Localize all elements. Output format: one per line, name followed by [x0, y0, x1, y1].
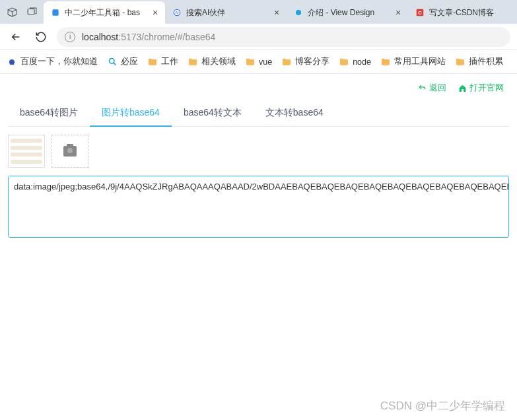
bookmark-label: node	[353, 57, 371, 67]
home-icon	[458, 84, 467, 92]
tab-image-to-base64[interactable]: 图片转base64	[90, 100, 172, 127]
svg-point-8	[109, 59, 114, 64]
bookmark-label: 常用工具网站	[394, 56, 446, 67]
folder-icon	[281, 57, 292, 67]
bookmark-label: 必应	[121, 56, 138, 67]
tab-title: 介绍 - View Design	[308, 7, 374, 18]
address-bar: i localhost:5173/chrome/#/base64	[0, 24, 517, 50]
base64-output[interactable]	[8, 176, 509, 238]
bookmark-label: 插件积累	[469, 56, 503, 67]
refresh-button[interactable]	[32, 28, 50, 46]
favicon-icon: AI	[172, 7, 182, 18]
site-icon	[7, 57, 17, 67]
camera-icon	[63, 146, 77, 157]
bookmark-label: 相关领域	[201, 56, 236, 67]
url-input[interactable]: i localhost:5173/chrome/#/base64	[57, 27, 510, 47]
return-link[interactable]: 返回	[418, 82, 446, 94]
bookmark-folder[interactable]: 常用工具网站	[380, 56, 446, 67]
return-icon	[418, 84, 427, 92]
search-icon	[107, 57, 118, 67]
tool-tabs: base64转图片 图片转base64 base64转文本 文本转base64	[8, 100, 509, 127]
watermark: CSDN @中二少年学编程	[380, 398, 505, 413]
folder-icon	[455, 57, 465, 67]
close-icon[interactable]: ×	[272, 8, 281, 17]
bookmark-folder[interactable]: 工作	[147, 56, 178, 67]
svg-text:C: C	[418, 10, 422, 16]
tabs-overview-icon[interactable]	[25, 5, 38, 18]
tab-title: 搜索AI伙伴	[186, 7, 225, 18]
page-content: 返回 打开官网 base64转图片 图片转base64 base64转文本 文本…	[0, 74, 517, 245]
bookmark-folder[interactable]: node	[339, 57, 371, 67]
favicon-icon	[293, 7, 304, 18]
tab-text-to-base64[interactable]: 文本转base64	[254, 100, 335, 126]
bookmark-folder[interactable]: 博客分享	[281, 56, 329, 67]
tab-title: 写文章-CSDN博客	[429, 7, 494, 18]
upload-image-button[interactable]	[52, 135, 88, 168]
bookmark-item[interactable]: 百度一下，你就知道	[7, 56, 98, 67]
tab-base64-to-text[interactable]: base64转文本	[172, 100, 254, 126]
bookmark-folder[interactable]: 插件积累	[455, 56, 503, 67]
close-icon[interactable]: ×	[394, 8, 403, 17]
back-button[interactable]	[7, 28, 25, 46]
bookmark-label: 博客分享	[295, 56, 329, 67]
favicon-icon	[50, 7, 61, 18]
browser-tab[interactable]: 介绍 - View Design ×	[287, 1, 408, 24]
svg-rect-1	[52, 9, 58, 15]
image-thumbnail[interactable]	[8, 135, 45, 168]
official-label: 打开官网	[469, 82, 504, 94]
site-info-icon[interactable]: i	[65, 32, 75, 42]
folder-icon	[339, 57, 349, 67]
return-label: 返回	[429, 82, 446, 94]
thumbnail-content	[11, 160, 42, 164]
browser-tab[interactable]: C 写文章-CSDN博客	[408, 1, 517, 24]
svg-text:AI: AI	[175, 11, 179, 15]
folder-icon	[147, 57, 158, 67]
favicon-icon: C	[415, 7, 425, 18]
folder-icon	[245, 57, 256, 67]
bookmark-label: vue	[259, 57, 272, 67]
browser-tab[interactable]: AI 搜索AI伙伴 ×	[165, 1, 287, 24]
folder-icon	[380, 57, 391, 67]
tab-title: 中二少年工具箱 - bas	[65, 7, 140, 18]
bookmarks-bar: 百度一下，你就知道 必应 工作 相关领域 vue 博客分享 node 常用工具网…	[0, 50, 517, 74]
browser-tab[interactable]: 中二少年工具箱 - bas ×	[44, 1, 165, 24]
close-icon[interactable]: ×	[151, 8, 160, 17]
thumbnail-content	[11, 153, 42, 157]
workspace-icon[interactable]	[5, 5, 18, 18]
bookmark-label: 工作	[161, 56, 178, 67]
bookmark-folder[interactable]: 相关领域	[188, 56, 236, 67]
folder-icon	[188, 57, 198, 67]
browser-titlebar: 中二少年工具箱 - bas × AI 搜索AI伙伴 × 介绍 - View De…	[0, 0, 517, 24]
tab-base64-to-image[interactable]: base64转图片	[8, 100, 90, 126]
bookmark-item[interactable]: 必应	[107, 56, 138, 67]
url-text: localhost:5173/chrome/#/base64	[82, 32, 215, 42]
svg-point-4	[296, 10, 301, 15]
tab-strip: 中二少年工具箱 - bas × AI 搜索AI伙伴 × 介绍 - View De…	[44, 0, 517, 24]
svg-rect-0	[28, 9, 34, 15]
bookmark-label: 百度一下，你就知道	[20, 56, 98, 67]
thumbnail-content	[11, 146, 42, 150]
thumbnail-content	[11, 139, 42, 143]
official-link[interactable]: 打开官网	[458, 82, 504, 94]
bookmark-folder[interactable]: vue	[245, 57, 272, 67]
